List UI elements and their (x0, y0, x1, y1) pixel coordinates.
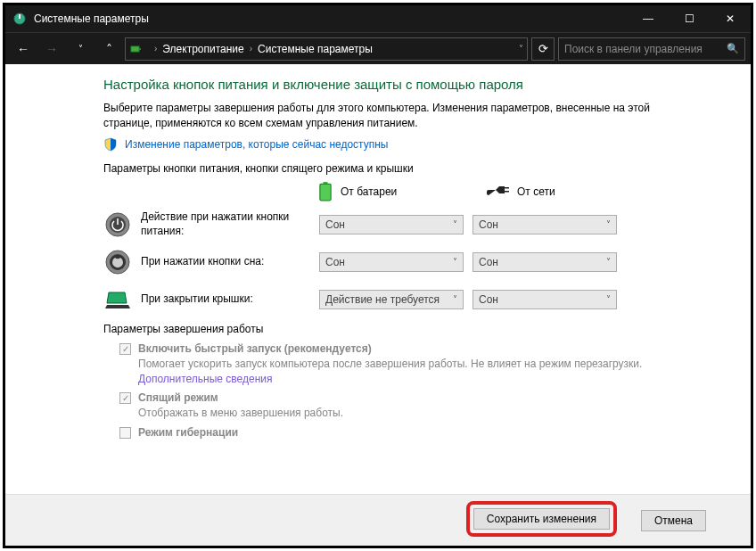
footer-bar: Отмена (5, 494, 751, 546)
content-area: Настройка кнопок питания и включение защ… (5, 64, 751, 494)
svg-rect-1 (19, 14, 21, 19)
battery-icon (317, 182, 333, 201)
svg-rect-2 (131, 46, 139, 52)
chevron-down-icon: ˅ (606, 294, 611, 304)
address-bar: ← → ˅ ˄ › Электропитание › Системные пар… (5, 32, 751, 64)
power-plan-icon (129, 42, 144, 56)
plug-icon (487, 185, 510, 199)
breadcrumb-item[interactable]: Электропитание (162, 43, 243, 55)
page-heading: Настройка кнопок питания и включение защ… (103, 77, 670, 92)
power-battery-select[interactable]: Сон˅ (319, 215, 464, 234)
lid-ac-select[interactable]: Сон˅ (472, 290, 617, 309)
up-button[interactable]: ˄ (96, 37, 121, 62)
sleep-mode-checkbox: ✓ (119, 392, 131, 404)
sleep-battery-select[interactable]: Сон˅ (319, 252, 464, 272)
refresh-button[interactable]: ⟳ (531, 37, 555, 61)
section-buttons-label: Параметры кнопки питания, кнопки спящего… (103, 162, 670, 175)
cancel-button[interactable]: Отмена (641, 510, 706, 531)
more-info-link[interactable]: Дополнительные сведения (138, 373, 272, 385)
column-battery: От батареи (317, 182, 460, 201)
section-shutdown-label: Параметры завершения работы (103, 323, 670, 335)
save-button-highlight: Сохранить изменения (466, 501, 617, 537)
sleep-mode-label: Спящий режим (138, 391, 218, 404)
power-button-label: Действие при нажатии кнопки питания: (141, 210, 310, 238)
dropdown-chevron-icon[interactable]: ˅ (519, 44, 523, 53)
page-description: Выберите параметры завершения работы для… (103, 101, 670, 132)
chevron-down-icon: ˅ (606, 219, 611, 229)
power-ac-select[interactable]: Сон˅ (472, 215, 617, 234)
titlebar: Системные параметры — ☐ ✕ (5, 5, 751, 32)
app-icon (12, 12, 27, 26)
fast-startup-checkbox: ✓ (119, 343, 131, 355)
back-button[interactable]: ← (11, 37, 36, 62)
close-button[interactable]: ✕ (710, 5, 751, 32)
column-ac: От сети (487, 185, 629, 199)
lid-icon (103, 285, 132, 314)
chevron-down-icon: ˅ (453, 294, 457, 304)
search-placeholder: Поиск в панели управления (564, 43, 703, 55)
svg-rect-5 (320, 184, 331, 200)
sleep-button-label: При нажатии кнопки сна: (141, 255, 310, 269)
search-icon: 🔍 (727, 43, 739, 54)
chevron-down-icon: ˅ (453, 257, 457, 267)
svg-rect-7 (505, 191, 509, 193)
chevron-down-icon: ˅ (453, 219, 457, 229)
sleep-ac-select[interactable]: Сон˅ (472, 252, 617, 272)
change-unavailable-link[interactable]: Изменение параметров, которые сейчас нед… (125, 138, 389, 151)
hibernate-checkbox (119, 427, 131, 439)
power-button-icon (103, 210, 132, 239)
fast-startup-desc: Помогает ускорить запуск компьютера посл… (138, 357, 670, 387)
breadcrumb-item[interactable]: Системные параметры (258, 43, 373, 55)
forward-button[interactable]: → (39, 37, 64, 62)
svg-rect-3 (139, 48, 141, 50)
maximize-button[interactable]: ☐ (669, 5, 710, 32)
shield-icon (103, 137, 118, 152)
save-button[interactable]: Сохранить изменения (473, 508, 610, 530)
minimize-button[interactable]: — (628, 5, 669, 32)
sleep-mode-desc: Отображать в меню завершения работы. (138, 406, 670, 421)
sleep-button-icon (103, 248, 132, 276)
svg-rect-6 (505, 187, 509, 189)
search-input[interactable]: Поиск в панели управления 🔍 (558, 37, 745, 61)
lid-label: При закрытии крышки: (141, 292, 310, 307)
hibernate-label: Режим гибернации (138, 426, 238, 439)
window-title: Системные параметры (34, 12, 628, 25)
chevron-down-icon[interactable]: ˅ (68, 37, 93, 62)
fast-startup-label: Включить быстрый запуск (рекомендуется) (138, 342, 372, 355)
chevron-right-icon: › (154, 44, 157, 53)
chevron-right-icon: › (250, 44, 252, 53)
lid-battery-select[interactable]: Действие не требуется˅ (319, 290, 464, 309)
breadcrumb[interactable]: › Электропитание › Системные параметры ˅ (125, 37, 528, 61)
chevron-down-icon: ˅ (606, 257, 611, 267)
